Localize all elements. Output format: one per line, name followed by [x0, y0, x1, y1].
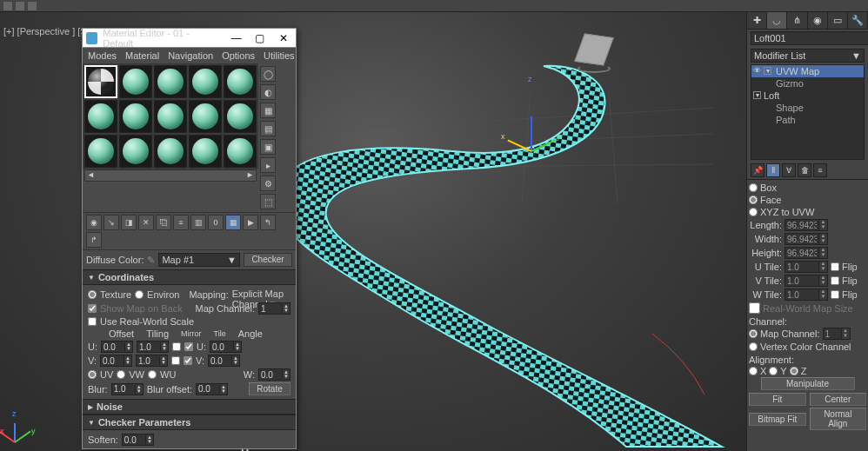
show-map-check[interactable]	[88, 304, 97, 313]
material-editor-window[interactable]: Material Editor - 01 - Default — ▢ ✕ Mod…	[82, 28, 297, 449]
sample-uv-icon[interactable]: ▤	[260, 121, 276, 136]
close-button[interactable]: ✕	[274, 31, 292, 45]
menu-modes[interactable]: Modes	[88, 50, 117, 61]
stack-item-uvwmap[interactable]: 👁▾ UVW Map	[751, 65, 864, 77]
backlight-icon[interactable]: ◐	[260, 84, 276, 100]
manipulate-button[interactable]: Manipulate	[761, 377, 855, 390]
sample-scrollbar[interactable]	[84, 169, 257, 182]
options-icon[interactable]: ⚙	[260, 176, 276, 191]
checker-rollout-header[interactable]: ▼Checker Parameters	[83, 415, 296, 430]
menu-navigation[interactable]: Navigation	[168, 50, 213, 61]
remove-modifier-icon[interactable]: 🗑	[798, 163, 811, 177]
configure-sets-icon[interactable]: ≡	[813, 163, 827, 177]
w-angle-spinner[interactable]: ▲▼	[258, 368, 290, 381]
map-name-dropdown[interactable]: Map #1▼	[158, 253, 240, 267]
select-by-mat-icon[interactable]: ⬚	[260, 194, 276, 209]
align-y-radio[interactable]	[769, 367, 778, 375]
assign-icon[interactable]: ◨	[121, 215, 137, 230]
sample-slot[interactable]	[189, 100, 222, 133]
preview-icon[interactable]: ▸	[260, 157, 276, 173]
align-z-radio[interactable]	[790, 367, 798, 375]
map-type-button[interactable]: Checker	[244, 253, 292, 267]
center-button[interactable]: Center	[810, 393, 867, 406]
put-to-lib-icon[interactable]: ▥	[190, 215, 206, 230]
sample-slot[interactable]	[119, 135, 152, 168]
uv-radio[interactable]	[88, 370, 97, 379]
align-x-radio[interactable]	[749, 367, 758, 375]
make-unique-icon[interactable]: ∀	[782, 163, 796, 177]
sample-slot[interactable]	[224, 135, 257, 168]
viewcube[interactable]	[572, 31, 616, 75]
map-channel-spinner[interactable]: ▲▼	[823, 328, 851, 340]
stack-item-loft[interactable]: ▾Loft	[751, 90, 864, 102]
rotate-button[interactable]: Rotate	[249, 382, 290, 395]
background-icon[interactable]: ▦	[260, 103, 276, 118]
sample-slot[interactable]	[119, 100, 152, 133]
v-offset-spinner[interactable]: ▲▼	[100, 355, 132, 367]
menu-options[interactable]: Options	[222, 50, 255, 61]
object-name-input[interactable]	[751, 31, 868, 45]
create-tab[interactable]: ✚	[747, 12, 767, 29]
u-mirror-check[interactable]	[172, 342, 181, 351]
uflip-check[interactable]	[831, 262, 839, 271]
noise-rollout-header[interactable]: ▶Noise	[83, 399, 296, 415]
v-tile-check[interactable]	[184, 356, 192, 365]
sample-type-icon[interactable]: ◯	[260, 66, 276, 82]
stack-item-gizmo[interactable]: Gizmo	[751, 77, 864, 90]
show-end-icon[interactable]: ▶	[243, 215, 258, 230]
sample-slot[interactable]	[154, 135, 187, 168]
texture-radio[interactable]	[88, 290, 97, 299]
modify-tab[interactable]: ◡	[767, 12, 787, 29]
u-tiling-spinner[interactable]: ▲▼	[137, 341, 169, 353]
blur-offset-spinner[interactable]: ▲▼	[196, 383, 228, 395]
minimize-button[interactable]: —	[227, 31, 245, 45]
sample-slot[interactable]	[84, 65, 117, 98]
wtile-spinner[interactable]: ▲▼	[785, 289, 828, 301]
v-tiling-spinner[interactable]: ▲▼	[136, 355, 168, 367]
u-angle-spinner[interactable]: ▲▼	[210, 341, 242, 353]
sample-slot[interactable]	[84, 135, 117, 168]
menu-utilities[interactable]: Utilities	[264, 50, 294, 61]
wflip-check[interactable]	[831, 290, 839, 299]
toolbar-icon[interactable]	[16, 2, 24, 10]
show-in-vp-icon[interactable]: ▦	[225, 215, 241, 230]
mat-id-icon[interactable]: 0	[208, 215, 224, 230]
normal-align-button[interactable]: Normal Align	[810, 408, 867, 430]
modifier-stack[interactable]: 👁▾ UVW Map Gizmo ▾Loft Shape Path	[751, 64, 865, 160]
utilities-tab[interactable]: 🔧	[848, 12, 868, 29]
make-unique-icon[interactable]: ≡	[173, 215, 189, 230]
display-tab[interactable]: ▭	[828, 12, 848, 29]
mapping-dropdown[interactable]: Explicit Map Channel▼	[232, 289, 290, 301]
menu-material[interactable]: Material	[125, 50, 159, 61]
hierarchy-tab[interactable]: ⋔	[787, 12, 807, 29]
sample-slot[interactable]	[224, 100, 257, 133]
v-angle-spinner[interactable]: ▲▼	[208, 355, 240, 367]
sample-slot[interactable]	[224, 65, 257, 98]
blur-spinner[interactable]: ▲▼	[111, 383, 144, 395]
soften-spinner[interactable]: ▲▼	[122, 434, 154, 446]
length-spinner[interactable]: ▲▼	[785, 219, 828, 231]
motion-tab[interactable]: ◉	[808, 12, 828, 29]
modifier-list-dropdown[interactable]: Modifier List▼	[751, 49, 865, 63]
video-check-icon[interactable]: ▣	[260, 139, 276, 155]
bitmap-fit-button[interactable]: Bitmap Fit	[749, 413, 806, 426]
go-sibling-icon[interactable]: ↱	[86, 232, 102, 248]
xyz-radio[interactable]	[749, 208, 758, 216]
vertex-color-radio[interactable]	[749, 342, 758, 351]
get-material-icon[interactable]: ◉	[86, 215, 102, 230]
coordinates-rollout-header[interactable]: ▼Coordinates	[83, 269, 296, 285]
pin-stack-icon[interactable]: 📌	[751, 163, 765, 177]
reset-icon[interactable]: ✕	[138, 215, 154, 230]
vflip-check[interactable]	[831, 276, 839, 285]
sample-slot[interactable]	[189, 135, 222, 168]
map-channel-radio[interactable]	[749, 329, 758, 338]
maximize-button[interactable]: ▢	[250, 31, 269, 45]
box-radio[interactable]	[749, 183, 758, 192]
height-spinner[interactable]: ▲▼	[785, 247, 828, 259]
toolbar-icon[interactable]	[28, 2, 37, 10]
sample-slot[interactable]	[84, 100, 117, 133]
sample-slot[interactable]	[154, 100, 187, 133]
realworld-check[interactable]	[749, 302, 760, 314]
width-spinner[interactable]: ▲▼	[785, 233, 828, 245]
put-to-scene-icon[interactable]: ↘	[103, 215, 119, 230]
